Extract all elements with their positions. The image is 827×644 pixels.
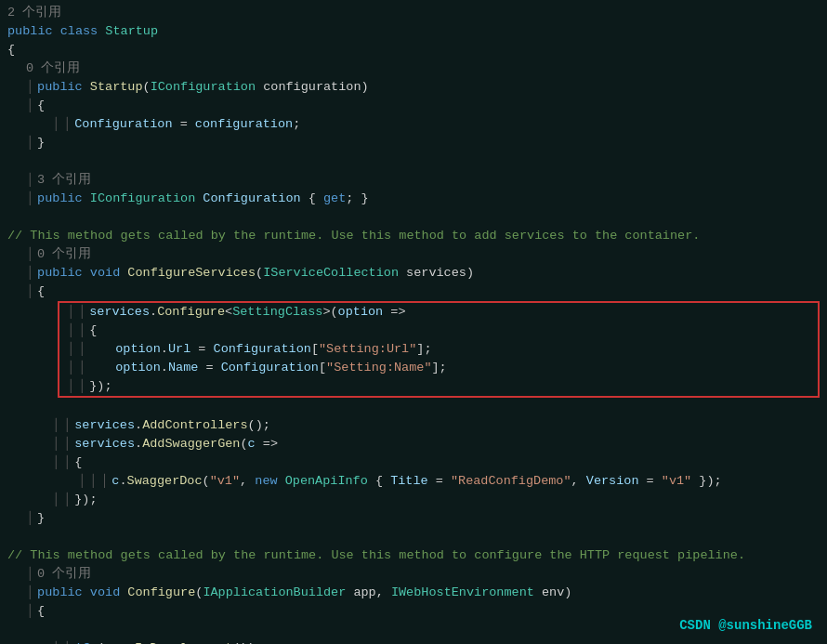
- line-19: │ │ option.Url = Configuration["Setting:…: [59, 340, 818, 359]
- line-13: // This method gets called by the runtim…: [0, 227, 827, 245]
- highlight-box: │ │ services.Configure<SettingClass>(opt…: [58, 301, 820, 398]
- line-23: │ │ services.AddControllers();: [0, 416, 827, 435]
- watermark: CSDN @sunshineGGB: [679, 618, 812, 633]
- line-11: │ public IConfiguration Configuration { …: [0, 190, 827, 208]
- line-15: │ public void ConfigureServices(IService…: [0, 264, 827, 283]
- line-empty1: [0, 152, 827, 171]
- line-7: │ │ Configuration = configuration;: [0, 115, 827, 134]
- line-31: │ 0 个引用: [0, 565, 827, 584]
- line-empty2: [0, 208, 827, 227]
- line-18: │ │ {: [59, 322, 818, 340]
- line-6: │ {: [0, 97, 827, 115]
- line-20: │ │ option.Name = Configuration["Setting…: [59, 359, 818, 377]
- line-35: │ │ if (env.IsDevelopment()): [0, 639, 827, 644]
- line-24: │ │ services.AddSwaggerGen(c =>: [0, 435, 827, 453]
- line-4: 0 个引用: [0, 59, 827, 78]
- line-26: │ │ │ c.SwaggerDoc("v1", new OpenApiInfo…: [0, 472, 827, 491]
- line-27: │ │ });: [0, 491, 827, 509]
- code-container: 2 个引用 public class Startup { 0 个引用 │ pub…: [0, 0, 827, 644]
- line-8: │ }: [0, 134, 827, 152]
- line-empty4: [0, 528, 827, 546]
- line-28: │ }: [0, 509, 827, 528]
- line-17: │ │ services.Configure<SettingClass>(opt…: [59, 303, 818, 322]
- line-1: 2 个引用: [0, 4, 827, 22]
- line-21: │ │ });: [59, 377, 818, 396]
- line-32: │ public void Configure(IApplicationBuil…: [0, 584, 827, 602]
- line-14: │ 0 个引用: [0, 245, 827, 264]
- line-2: public class Startup: [0, 22, 827, 41]
- line-16: │ {: [0, 283, 827, 301]
- line-empty3: [0, 398, 827, 416]
- line-5: │ public Startup(IConfiguration configur…: [0, 78, 827, 97]
- line-30: // This method gets called by the runtim…: [0, 546, 827, 565]
- line-3: {: [0, 41, 827, 59]
- line-25: │ │ {: [0, 453, 827, 472]
- line-10: │ 3 个引用: [0, 171, 827, 190]
